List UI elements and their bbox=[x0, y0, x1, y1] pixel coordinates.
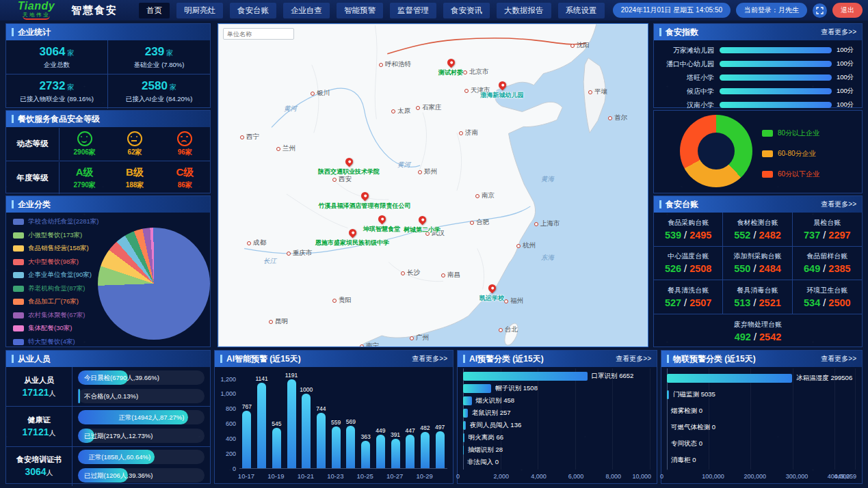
ledger-done-count: 534 bbox=[804, 297, 820, 308]
stat-unit: 家 bbox=[67, 83, 74, 91]
city-dot-icon bbox=[588, 90, 592, 94]
safety-row-label: 动态等级 bbox=[6, 128, 60, 160]
neutral-face-icon bbox=[127, 131, 142, 146]
ledger-pending-count: 2482 bbox=[759, 230, 781, 241]
city-dot-icon bbox=[276, 147, 280, 151]
map-city: 沈阳 bbox=[570, 41, 590, 50]
nav-item[interactable]: 食安台账 bbox=[230, 3, 276, 18]
gridline bbox=[650, 368, 650, 470]
staff-label: 健康证 bbox=[28, 415, 51, 425]
ledger-pending-count: 2385 bbox=[828, 263, 850, 274]
main-nav: 首页明厨亮灶食安台账企业自查智能预警监督管理食安资讯大数据报告系统设置 bbox=[135, 0, 608, 21]
bar-category-label: 口罩识别 6652 bbox=[592, 372, 634, 381]
bar-value-label: 767 bbox=[242, 403, 252, 410]
bar bbox=[391, 439, 400, 468]
index-name: 塔旺小学 bbox=[654, 73, 714, 83]
bar-category-label: 帽子识别 1508 bbox=[495, 384, 538, 393]
staff-count: 3064人 bbox=[25, 466, 53, 478]
legend-label: 60-80分企业 bbox=[778, 149, 816, 159]
bar bbox=[463, 446, 464, 455]
city-dot-icon bbox=[534, 222, 538, 226]
ledger-done-count: 539 bbox=[665, 230, 681, 241]
view-more-link[interactable]: 查看更多>> bbox=[821, 200, 856, 209]
city-dot-icon bbox=[269, 320, 273, 324]
stats-grid: 3064家企业总数239家基础企业 (7.80%)2732家已接入物联企业 (8… bbox=[6, 40, 210, 109]
staff-unit: 人 bbox=[49, 429, 55, 437]
stat-label: 已接入AI企业 (84.20%) bbox=[126, 95, 193, 104]
ledger-done-count: 649 bbox=[804, 263, 820, 274]
stat-number: 2732 bbox=[40, 79, 66, 92]
nav-item[interactable]: 系统设置 bbox=[558, 3, 605, 18]
index-name: 候店中学 bbox=[654, 87, 714, 96]
view-more-link[interactable]: 查看更多>> bbox=[412, 354, 447, 364]
nav-item[interactable]: 首页 bbox=[139, 3, 170, 18]
city-label: 济南 bbox=[465, 128, 478, 137]
ledger-values: 492 / 2542 bbox=[735, 331, 782, 342]
x-axis-tick-label: 10,000 bbox=[632, 473, 651, 480]
ledger-done-count: 737 bbox=[804, 230, 820, 241]
stat-number: 3064 bbox=[40, 45, 66, 58]
bar-value-label: 497 bbox=[435, 424, 445, 431]
gridline bbox=[793, 368, 793, 470]
gridline bbox=[538, 368, 538, 470]
city-label: 平壤 bbox=[594, 87, 607, 96]
donut-hole bbox=[698, 133, 735, 170]
index-bar-fill bbox=[720, 61, 832, 67]
bar-value-label: 559 bbox=[331, 419, 341, 426]
city-dot-icon bbox=[470, 221, 474, 225]
bar-value-label: 363 bbox=[360, 433, 370, 440]
map-marker-label: 渤海新城幼儿园 bbox=[481, 91, 524, 100]
bar bbox=[302, 394, 311, 468]
view-more-link[interactable]: 查看更多>> bbox=[616, 354, 651, 364]
map-city: 长沙 bbox=[401, 269, 420, 277]
logout-button[interactable]: 退出 bbox=[832, 3, 863, 18]
bar-value-label: 545 bbox=[272, 420, 281, 427]
city-label: 杭州 bbox=[523, 241, 536, 250]
view-more-link[interactable]: 查看更多>> bbox=[821, 354, 856, 364]
map-pin-icon bbox=[446, 57, 457, 68]
ledger-values: 737 / 2297 bbox=[804, 230, 851, 241]
map-pin-icon bbox=[377, 214, 388, 225]
y-axis-tick-label: 0 bbox=[233, 465, 236, 472]
nav-item[interactable]: 监督管理 bbox=[390, 3, 436, 18]
legend-item: 集体配餐(30家) bbox=[6, 322, 98, 336]
bar bbox=[421, 432, 430, 468]
staff-row-header: 从业人员17121人 bbox=[6, 367, 73, 406]
map-city: 郑州 bbox=[418, 167, 437, 176]
map-city: 南昌 bbox=[441, 271, 460, 280]
nav-item[interactable]: 企业自查 bbox=[283, 3, 330, 18]
grade-count: 2790家 bbox=[60, 180, 109, 190]
y-axis-tick-label: 200 bbox=[226, 450, 236, 457]
bar-category-label: 消毒柜 0 bbox=[671, 456, 696, 465]
map-search-input[interactable] bbox=[223, 28, 294, 40]
index-bar-fill bbox=[720, 88, 832, 94]
panel-title: 企业分类 bbox=[12, 200, 51, 208]
legend-label: 60分以下企业 bbox=[778, 170, 819, 179]
map-city: 太原 bbox=[391, 107, 410, 116]
safety-grade-item: A级2790家 bbox=[60, 166, 109, 190]
x-axis-tick-label: 10-19 bbox=[267, 472, 284, 480]
nav-item[interactable]: 明厨亮灶 bbox=[176, 3, 223, 18]
fullscreen-button[interactable] bbox=[813, 3, 827, 18]
panel-ledger: 食安台账 查看更多>> 食品采购台账539 / 2495食材检测台账552 / … bbox=[653, 195, 863, 347]
bar-category-label: 冰箱温湿度 299506 bbox=[796, 374, 852, 383]
view-more-link[interactable]: 查看更多>> bbox=[821, 27, 856, 37]
china-map-panel[interactable]: 沈阳呼和浩特北京市天津市石家庄太原济南银川西宁兰州西安郑州南京上海市合肥杭州武汉… bbox=[218, 23, 648, 347]
nav-item[interactable]: 食安资讯 bbox=[443, 3, 490, 18]
panel-title: 餐饮服务食品安全等级 bbox=[12, 115, 100, 123]
nav-item[interactable]: 大数据报告 bbox=[497, 3, 551, 18]
city-dot-icon bbox=[287, 252, 291, 256]
city-label: 郑州 bbox=[424, 167, 437, 176]
ledger-label: 食材检测台账 bbox=[737, 218, 778, 228]
map-pin-icon bbox=[344, 157, 355, 167]
nav-item[interactable]: 智能预警 bbox=[337, 3, 383, 18]
page-title: 智慧食安 bbox=[71, 4, 118, 17]
ledger-values: 534 / 2500 bbox=[804, 297, 851, 308]
index-bar-track bbox=[720, 102, 832, 108]
staff-count: 17121人 bbox=[23, 387, 56, 398]
ledger-separator: / bbox=[681, 297, 689, 308]
x-axis-tick-label: 0 bbox=[456, 473, 460, 480]
stat-label: 已接入物联企业 (89.16%) bbox=[20, 95, 94, 104]
ledger-pending-count: 2484 bbox=[759, 263, 781, 274]
progress-text: 今日晨检(6790人,39.66%) bbox=[84, 370, 159, 385]
